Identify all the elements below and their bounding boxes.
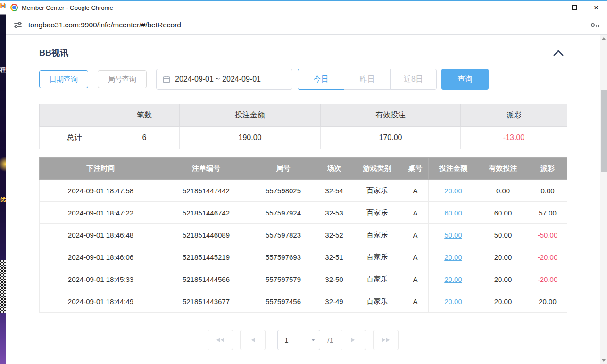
page-select[interactable]: 1 bbox=[277, 330, 320, 350]
summary-col-count: 笔数 bbox=[109, 104, 180, 127]
game-type-cell: 百家乐 bbox=[352, 290, 402, 313]
bet-amount-link[interactable]: 20.00 bbox=[444, 253, 462, 261]
table-no-cell: A bbox=[402, 224, 429, 246]
valid-bet-cell: 50.00 bbox=[478, 224, 528, 246]
double-left-arrow-icon bbox=[216, 338, 220, 342]
session-cell: 32-54 bbox=[316, 180, 352, 202]
session-cell: 32-53 bbox=[316, 202, 352, 224]
search-button[interactable]: 查询 bbox=[441, 69, 489, 90]
col-order-no: 注单编号 bbox=[162, 158, 250, 180]
right-arrow-icon bbox=[351, 338, 355, 342]
bet-amount-link[interactable]: 20.00 bbox=[444, 298, 462, 306]
scrollbar-down-arrow[interactable] bbox=[600, 357, 607, 364]
round-no-cell: 557597693 bbox=[250, 246, 316, 268]
pagination: 1 /1 bbox=[39, 330, 567, 350]
browser-window: Member Center - Google Chrome ✕ tongbao3… bbox=[6, 0, 607, 364]
last-page-button[interactable] bbox=[373, 330, 399, 350]
bet-amount-link[interactable]: 50.00 bbox=[444, 231, 462, 239]
table-no-cell: A bbox=[402, 268, 429, 290]
order-no-cell: 521851443677 bbox=[162, 290, 250, 313]
session-cell: 32-51 bbox=[316, 246, 352, 268]
date-range-input[interactable]: 2024-09-01 ~ 2024-09-01 bbox=[156, 69, 292, 90]
summary-col-blank bbox=[40, 104, 109, 127]
round-query-tab[interactable]: 局号查询 bbox=[98, 70, 147, 88]
col-bet-time: 下注时间 bbox=[40, 158, 162, 180]
order-no-cell: 521851447442 bbox=[162, 180, 250, 202]
valid-bet-cell: 20.00 bbox=[478, 290, 528, 313]
background-window-strip: H 程 优 bbox=[0, 0, 6, 364]
valid-bet-cell: 20.00 bbox=[478, 268, 528, 290]
round-no-cell: 557597823 bbox=[250, 224, 316, 246]
prev-page-button[interactable] bbox=[240, 330, 266, 350]
scrollbar-thumb[interactable] bbox=[601, 90, 607, 172]
payout-cell: 0.00 bbox=[528, 180, 567, 202]
collapse-chevron-icon[interactable] bbox=[553, 50, 564, 56]
minimize-button[interactable] bbox=[542, 0, 564, 15]
bet-amount-link[interactable]: 60.00 bbox=[444, 209, 462, 217]
table-row: 2024-09-01 18:47:22 521851446742 5575979… bbox=[40, 202, 567, 224]
round-no-cell: 557597579 bbox=[250, 268, 316, 290]
valid-bet-cell: 20.00 bbox=[478, 246, 528, 268]
session-cell: 32-49 bbox=[316, 290, 352, 313]
table-no-cell: A bbox=[402, 246, 429, 268]
yesterday-button[interactable]: 昨日 bbox=[344, 69, 391, 90]
table-row: 2024-09-01 18:46:48 521851446089 5575978… bbox=[40, 224, 567, 246]
address-bar[interactable]: tongbao31.com:9900/infe/mcenter/#/betRec… bbox=[6, 15, 607, 35]
page-total: /1 bbox=[327, 336, 333, 344]
table-no-cell: A bbox=[402, 202, 429, 224]
background-glow-fragment bbox=[0, 156, 6, 173]
summary-count-value: 6 bbox=[109, 127, 180, 149]
close-button[interactable]: ✕ bbox=[585, 0, 607, 15]
window-controls: ✕ bbox=[542, 0, 607, 15]
scrollbar-up-arrow[interactable] bbox=[600, 35, 607, 42]
date-query-tab[interactable]: 日期查询 bbox=[39, 70, 88, 88]
today-button[interactable]: 今日 bbox=[298, 69, 344, 90]
summary-col-payout: 派彩 bbox=[461, 104, 567, 127]
next-page-button[interactable] bbox=[341, 330, 366, 350]
session-cell: 32-50 bbox=[316, 268, 352, 290]
minimize-icon bbox=[550, 8, 556, 8]
summary-table: 笔数 投注金额 有效投注 派彩 总计 6 190.00 170.00 -13.0… bbox=[39, 104, 567, 149]
col-game-type: 游戏类别 bbox=[352, 158, 402, 180]
background-qrcode-fragment bbox=[0, 260, 6, 313]
summary-header-row: 笔数 投注金额 有效投注 派彩 bbox=[40, 104, 567, 127]
game-type-cell: 百家乐 bbox=[352, 268, 402, 290]
section-header: BB视讯 bbox=[39, 47, 564, 58]
table-row: 2024-09-01 18:47:58 521851447442 5575980… bbox=[40, 180, 567, 202]
first-page-button[interactable] bbox=[208, 330, 233, 350]
section-title: BB视讯 bbox=[39, 47, 68, 58]
double-right-arrow-icon bbox=[382, 338, 385, 342]
url-text[interactable]: tongbao31.com:9900/infe/mcenter/#/betRec… bbox=[28, 21, 181, 29]
session-cell: 32-52 bbox=[316, 224, 352, 246]
col-bet-amount: 投注金额 bbox=[429, 158, 478, 180]
records-header-row: 下注时间 注单编号 局号 场次 游戏类别 桌号 投注金额 有效投注 派彩 bbox=[40, 158, 567, 180]
table-no-cell: A bbox=[402, 290, 429, 313]
last-8-days-button[interactable]: 近8日 bbox=[390, 69, 437, 90]
page-content: BB视讯 日期查询 局号查询 2024-09-01 ~ 2024-09-01 bbox=[6, 35, 607, 364]
order-no-cell: 521851446742 bbox=[162, 202, 250, 224]
window-accent-edge bbox=[0, 0, 607, 1]
table-row: 2024-09-01 18:46:06 521851445219 5575976… bbox=[40, 246, 567, 268]
game-type-cell: 百家乐 bbox=[352, 202, 402, 224]
calendar-icon bbox=[163, 75, 170, 83]
bet-amount-link[interactable]: 20.00 bbox=[444, 187, 462, 195]
bet-amount-cell: 50.00 bbox=[429, 224, 478, 246]
titlebar: Member Center - Google Chrome ✕ bbox=[6, 0, 607, 15]
col-table-no: 桌号 bbox=[402, 158, 429, 180]
bet-amount-cell: 20.00 bbox=[429, 290, 478, 313]
round-no-cell: 557598025 bbox=[250, 180, 316, 202]
password-key-icon[interactable] bbox=[589, 19, 600, 31]
scrollbar[interactable] bbox=[600, 35, 607, 364]
bet-time-cell: 2024-09-01 18:44:49 bbox=[40, 290, 162, 313]
background-text-fragment: 优 bbox=[0, 196, 6, 204]
bet-amount-link[interactable]: 20.00 bbox=[444, 275, 462, 283]
maximize-icon bbox=[572, 5, 577, 10]
game-type-cell: 百家乐 bbox=[352, 180, 402, 202]
site-settings-icon[interactable] bbox=[13, 20, 23, 30]
game-type-cell: 百家乐 bbox=[352, 224, 402, 246]
page-select-wrap: 1 bbox=[277, 330, 320, 350]
payout-cell: -20.00 bbox=[528, 268, 567, 290]
col-valid-bet: 有效投注 bbox=[478, 158, 528, 180]
maximize-button[interactable] bbox=[564, 0, 585, 15]
summary-payout-value: -13.00 bbox=[461, 127, 567, 149]
